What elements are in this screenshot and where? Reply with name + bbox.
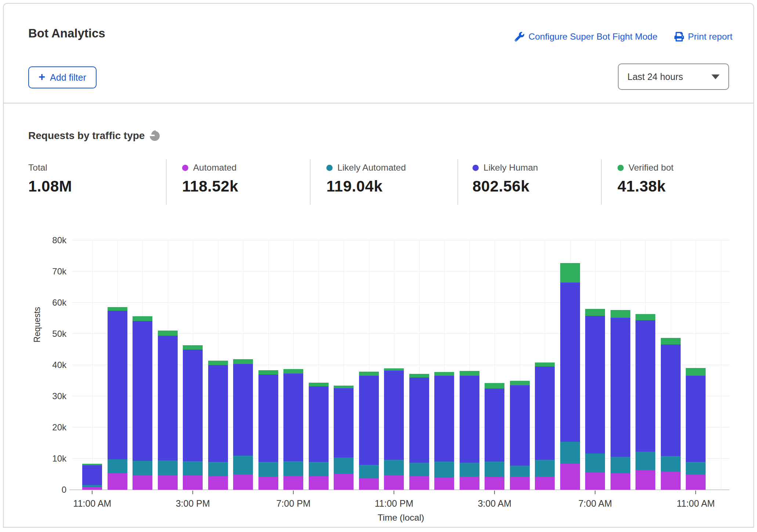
bar-slot xyxy=(206,240,231,490)
bar-5-00-pm[interactable] xyxy=(233,359,253,490)
bar-segment-likely-human xyxy=(409,378,429,463)
add-filter-button[interactable]: + Add filter xyxy=(28,66,97,88)
bar-segment-verified-bot xyxy=(208,361,228,365)
bar-1-00-pm[interactable] xyxy=(133,316,152,490)
bar-slot xyxy=(356,240,382,490)
bar-2-00-pm[interactable] xyxy=(158,331,178,490)
stat-likely-automated: Likely Automated 119.04k xyxy=(310,159,457,205)
bar-segment-automated xyxy=(485,477,504,490)
bar-segment-verified-bot xyxy=(233,359,253,364)
bar-2-00-am[interactable] xyxy=(460,371,479,490)
bar-slot xyxy=(331,240,356,490)
bar-segment-likely-automated xyxy=(434,462,454,478)
bar-slot xyxy=(80,240,105,490)
bar-segment-automated xyxy=(686,474,706,490)
bar-8-00-pm[interactable] xyxy=(309,383,329,490)
bar-segment-likely-human xyxy=(183,350,203,461)
bar-segment-likely-automated xyxy=(283,461,303,476)
bar-segment-likely-human xyxy=(108,311,127,459)
bar-segment-automated xyxy=(208,476,228,490)
stat-value: 802.56k xyxy=(472,178,601,195)
chevron-down-icon xyxy=(711,74,720,79)
x-tick-mark xyxy=(92,491,93,494)
stat-verified-bot: Verified bot 41.38k xyxy=(601,159,739,205)
verified-bot-dot xyxy=(617,165,624,171)
bar-11-00-am[interactable] xyxy=(686,368,706,490)
bar-segment-verified-bot xyxy=(661,338,681,345)
bar-slot xyxy=(532,240,558,490)
bar-6-00-pm[interactable] xyxy=(258,370,278,490)
bar-12-00-am[interactable] xyxy=(409,374,429,490)
x-tick-mark xyxy=(394,491,394,494)
bar-segment-automated xyxy=(133,475,152,490)
configure-super-bot-fight-mode-link[interactable]: Configure Super Bot Fight Mode xyxy=(515,32,657,42)
x-tick-mark xyxy=(192,491,193,494)
bar-5-00-am[interactable] xyxy=(535,362,555,490)
bar-segment-verified-bot xyxy=(409,374,429,378)
bar-slot xyxy=(457,240,482,490)
bar-segment-likely-human xyxy=(560,283,580,442)
add-filter-label: Add filter xyxy=(50,72,86,83)
bar-11-00-pm[interactable] xyxy=(384,368,404,490)
bar-segment-verified-bot xyxy=(611,310,630,317)
bar-segment-likely-automated xyxy=(183,461,203,475)
bar-segment-likely-automated xyxy=(585,453,605,472)
y-tick-label: 20k xyxy=(33,422,66,433)
bar-3-00-am[interactable] xyxy=(485,383,504,490)
bar-segment-verified-bot xyxy=(108,307,127,311)
bar-10-00-pm[interactable] xyxy=(359,372,379,490)
bot-analytics-card: Bot Analytics Configure Super Bot Fight … xyxy=(3,3,754,528)
bar-segment-likely-human xyxy=(133,321,152,461)
bar-slot xyxy=(658,240,684,490)
bar-8-00-am[interactable] xyxy=(611,310,630,490)
bar-slot xyxy=(583,240,608,490)
bar-segment-likely-human xyxy=(611,318,630,457)
y-tick-label: 50k xyxy=(33,329,66,339)
stat-label: Likely Human xyxy=(483,163,538,173)
bar-segment-likely-automated xyxy=(334,458,354,473)
bar-12-00-pm[interactable] xyxy=(108,307,127,490)
time-range-select[interactable]: Last 24 hours xyxy=(618,63,729,90)
bar-segment-likely-human xyxy=(208,365,228,462)
bar-6-00-am[interactable] xyxy=(560,263,580,490)
bar-segment-likely-automated xyxy=(611,457,630,473)
bar-9-00-am[interactable] xyxy=(635,314,655,490)
bar-10-00-am[interactable] xyxy=(661,338,681,490)
header-divider xyxy=(4,103,753,103)
bar-segment-likely-human xyxy=(233,364,253,456)
bar-slot xyxy=(482,240,507,490)
bar-7-00-pm[interactable] xyxy=(283,369,303,490)
bar-segment-automated xyxy=(510,477,530,490)
bar-3-00-pm[interactable] xyxy=(183,345,203,490)
bar-segment-likely-human xyxy=(661,345,681,456)
bar-segment-likely-human xyxy=(334,388,354,458)
bar-segment-likely-automated xyxy=(108,459,127,473)
bar-segment-likely-automated xyxy=(258,462,278,477)
x-tick-mark xyxy=(494,491,495,494)
requests-bar-chart: Requests Time (local) 010k20k30k40k50k60… xyxy=(72,240,729,490)
bar-segment-likely-human xyxy=(535,367,555,460)
bar-9-00-pm[interactable] xyxy=(334,386,354,490)
stat-total: Total 1.08M xyxy=(28,159,166,205)
bar-segment-automated xyxy=(611,473,630,490)
bar-1-00-am[interactable] xyxy=(434,372,454,490)
bar-segment-likely-human xyxy=(510,385,530,465)
bar-segment-likely-human xyxy=(82,465,102,485)
y-tick-label: 40k xyxy=(33,360,66,370)
stat-value: 41.38k xyxy=(617,178,739,195)
stat-likely-human: Likely Human 802.56k xyxy=(457,159,601,205)
bar-segment-likely-automated xyxy=(485,462,504,477)
print-report-link[interactable]: Print report xyxy=(674,32,732,42)
y-tick-label: 10k xyxy=(33,453,66,464)
bar-segment-likely-human xyxy=(359,376,379,465)
bar-segment-verified-bot xyxy=(510,381,530,386)
bar-7-00-am[interactable] xyxy=(585,309,605,490)
bar-slot xyxy=(281,240,306,490)
bar-4-00-pm[interactable] xyxy=(208,361,228,490)
bar-segment-likely-human xyxy=(283,374,303,461)
bar-4-00-am[interactable] xyxy=(510,381,530,490)
y-tick-label: 80k xyxy=(33,235,66,245)
bar-segment-likely-automated xyxy=(158,460,178,475)
bar-11-00-am[interactable] xyxy=(82,464,102,490)
bar-segment-automated xyxy=(585,472,605,490)
